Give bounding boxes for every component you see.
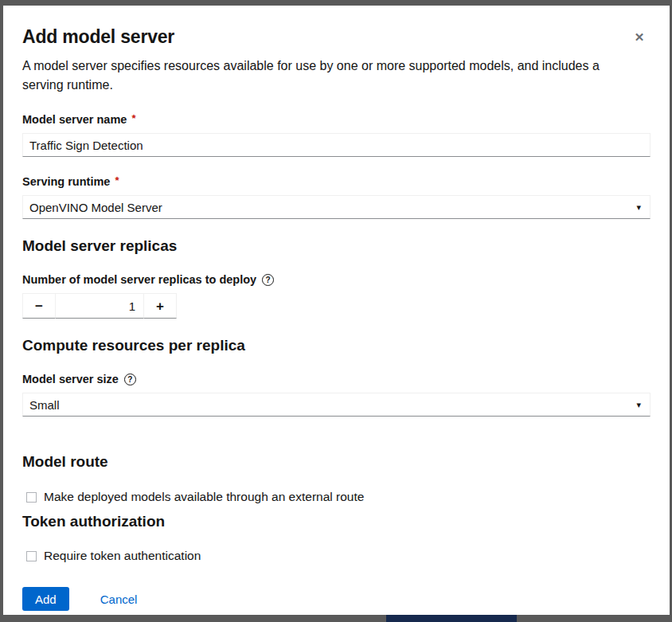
cancel-button[interactable]: Cancel [100, 593, 138, 606]
model-server-name-group: Model server name * [22, 113, 651, 157]
replicas-label: Number of model server replicas to deplo… [22, 273, 256, 286]
model-server-size-select[interactable]: Small ▾ [22, 393, 651, 417]
require-token-checkbox-label[interactable]: Require token authentication [44, 549, 201, 563]
modal-footer: Add Cancel [22, 587, 651, 611]
model-server-name-input[interactable] [22, 133, 651, 157]
model-server-name-label: Model server name [22, 113, 127, 126]
modal-header: Add model server ✕ [22, 26, 651, 48]
modal-title: Add model server [22, 26, 651, 48]
add-button[interactable]: Add [22, 587, 69, 611]
model-server-size-selected-value: Small [29, 398, 60, 412]
token-authorization-heading: Token authorization [22, 513, 651, 530]
serving-runtime-group: Serving runtime * OpenVINO Model Server … [22, 175, 651, 219]
minus-button[interactable]: − [22, 293, 56, 319]
close-icon[interactable]: ✕ [630, 28, 649, 47]
background-page-fragment [386, 615, 517, 622]
required-asterisk: * [131, 112, 135, 124]
replicas-label-row: Number of model server replicas to deplo… [22, 273, 651, 286]
replicas-group: Number of model server replicas to deplo… [22, 273, 651, 319]
serving-runtime-select[interactable]: OpenVINO Model Server ▾ [22, 195, 651, 219]
model-server-size-label-row: Model server size ? [22, 373, 651, 385]
required-asterisk: * [115, 174, 119, 186]
serving-runtime-selected-value: OpenVINO Model Server [29, 201, 162, 214]
external-route-checkbox[interactable] [26, 492, 37, 503]
replicas-stepper: − + [22, 293, 177, 319]
serving-runtime-label: Serving runtime [22, 175, 110, 188]
replicas-input[interactable] [56, 293, 143, 319]
chevron-down-icon: ▾ [636, 203, 641, 212]
require-token-checkbox-row: Require token authentication [22, 549, 651, 563]
help-icon[interactable]: ? [262, 274, 274, 286]
chevron-down-icon: ▾ [636, 401, 641, 409]
external-route-checkbox-row: Make deployed models available through a… [22, 490, 651, 504]
help-icon[interactable]: ? [124, 374, 136, 385]
model-server-size-group: Model server size ? Small ▾ [22, 373, 651, 417]
model-route-heading: Model route [22, 453, 651, 471]
compute-resources-heading: Compute resources per replica [22, 337, 651, 354]
model-server-name-label-row: Model server name * [22, 113, 651, 126]
modal-description: A model server specifies resources avail… [22, 57, 627, 95]
model-server-replicas-heading: Model server replicas [22, 237, 651, 255]
serving-runtime-label-row: Serving runtime * [22, 175, 651, 188]
add-model-server-modal: Add model server ✕ A model server specif… [3, 6, 670, 615]
require-token-checkbox[interactable] [26, 551, 37, 561]
plus-button[interactable]: + [143, 293, 177, 319]
model-server-size-label: Model server size [22, 373, 119, 385]
external-route-checkbox-label[interactable]: Make deployed models available through a… [44, 490, 364, 504]
